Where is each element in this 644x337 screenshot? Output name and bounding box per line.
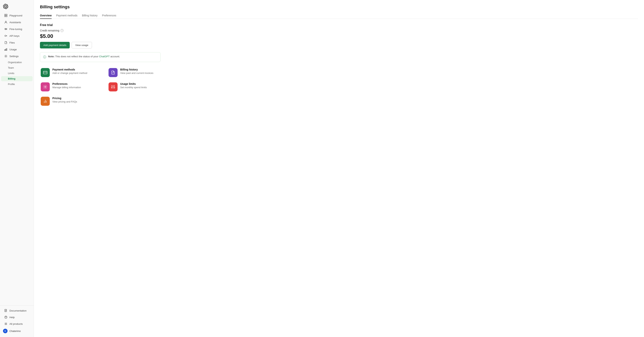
- logo[interactable]: [0, 2, 34, 12]
- preferences-icon: [41, 82, 50, 92]
- page-title: Billing settings: [40, 4, 638, 10]
- svg-point-5: [5, 28, 6, 29]
- nav-api-keys[interactable]: API keys: [1, 32, 32, 39]
- tab-overview[interactable]: Overview: [40, 12, 52, 19]
- sidebar-sub-organization[interactable]: Organization: [1, 60, 32, 65]
- preferences-title: Preferences: [52, 82, 81, 86]
- pricing-text: Pricing View pricing and FAQs: [52, 97, 77, 103]
- note-icon: ⓘ: [43, 55, 46, 59]
- add-payment-button[interactable]: Add payment details: [40, 42, 70, 48]
- usage-label: Usage: [10, 48, 17, 51]
- nav-all-products[interactable]: All products: [1, 320, 32, 327]
- playground-label: Playground: [10, 14, 22, 17]
- nav-fine-tuning[interactable]: Fine-tuning: [1, 26, 32, 32]
- settings-label: Settings: [10, 55, 19, 58]
- svg-rect-3: [6, 16, 7, 17]
- svg-rect-2: [4, 16, 6, 17]
- svg-rect-1: [6, 14, 7, 15]
- tabs-bar: Overview Payment methods Billing history…: [40, 12, 638, 19]
- note-content: Note: This does not reflect the status o…: [48, 55, 120, 58]
- svg-point-17: [6, 323, 6, 324]
- action-buttons: Add payment details View usage: [40, 42, 638, 48]
- preferences-desc: Manage billing information: [52, 86, 81, 89]
- card-preferences[interactable]: Preferences Manage billing information: [40, 82, 104, 92]
- user-item[interactable]: C Chaterimo: [0, 327, 34, 335]
- credit-info-icon[interactable]: ?: [60, 29, 64, 32]
- avatar: C: [3, 329, 8, 333]
- billing-history-text: Billing history View past and current in…: [120, 68, 153, 74]
- payment-methods-title: Payment methods: [52, 68, 87, 71]
- usage-icon: [4, 48, 8, 51]
- usage-limits-title: Usage limits: [120, 82, 147, 86]
- billing-cards-grid: Payment methods Add or change payment me…: [40, 67, 638, 92]
- all-products-icon: [4, 322, 8, 326]
- view-usage-button[interactable]: View usage: [72, 42, 92, 48]
- billing-history-icon: [108, 68, 118, 77]
- nav-settings[interactable]: Settings: [1, 53, 32, 59]
- svg-rect-0: [4, 14, 6, 15]
- nav-documentation[interactable]: Documentation: [1, 308, 32, 314]
- credit-amount: $5.00: [40, 33, 638, 39]
- credit-label: Credit remaining ?: [40, 29, 638, 32]
- sidebar-sub-limits[interactable]: Limits: [1, 71, 32, 76]
- pricing-desc: View pricing and FAQs: [52, 100, 77, 103]
- profile-label: Profile: [8, 83, 15, 86]
- sidebar-sub-team[interactable]: Team: [1, 65, 32, 70]
- free-trial-title: Free trial: [40, 23, 638, 27]
- billing-history-desc: View past and current invoices: [120, 72, 153, 74]
- nav-usage[interactable]: Usage: [1, 46, 32, 52]
- nav-playground[interactable]: Playground: [1, 12, 32, 19]
- usage-limits-text: Usage limits Set monthly spend limits: [120, 82, 147, 89]
- files-label: Files: [10, 41, 15, 44]
- settings-icon: [4, 54, 8, 58]
- card-usage-limits[interactable]: Usage limits Set monthly spend limits: [108, 82, 172, 92]
- note-box: ⓘ Note: This does not reflect the status…: [40, 52, 160, 62]
- main-content: Billing settings Overview Payment method…: [34, 0, 644, 337]
- note-bold: Note:: [48, 55, 55, 58]
- documentation-label: Documentation: [10, 309, 26, 312]
- pricing-title: Pricing: [52, 97, 77, 100]
- free-trial-section: Free trial Credit remaining ? $5.00 Add …: [40, 23, 638, 62]
- billing-label: Billing: [8, 77, 16, 80]
- all-products-label: All products: [10, 322, 23, 325]
- files-icon: [4, 41, 8, 44]
- svg-rect-11: [6, 48, 7, 50]
- documentation-icon: [4, 309, 8, 312]
- fine-tuning-icon: [4, 27, 8, 31]
- preferences-text: Preferences Manage billing information: [52, 82, 81, 89]
- openai-logo-icon: [3, 4, 8, 9]
- card-billing-history[interactable]: Billing history View past and current in…: [108, 67, 172, 78]
- username-label: Chaterimo: [10, 330, 21, 332]
- svg-point-23: [6, 324, 6, 325]
- tab-billing-history[interactable]: Billing history: [82, 12, 98, 19]
- nav-assistants[interactable]: Assistants: [1, 19, 32, 26]
- usage-limits-desc: Set monthly spend limits: [120, 86, 147, 89]
- help-label: Help: [10, 316, 15, 319]
- sidebar-sub-billing[interactable]: Billing: [1, 76, 32, 81]
- assistants-icon: [4, 20, 8, 24]
- card-pricing[interactable]: Pricing View pricing and FAQs: [40, 96, 104, 106]
- help-icon: [4, 316, 8, 319]
- svg-point-16: [5, 323, 6, 324]
- limits-label: Limits: [8, 72, 14, 75]
- svg-rect-10: [6, 49, 6, 50]
- sidebar: Playground Assistants Fine-tuning API ke…: [0, 0, 34, 337]
- nav-help[interactable]: Help: [1, 314, 32, 320]
- svg-point-15: [6, 318, 6, 318]
- payment-methods-text: Payment methods Add or change payment me…: [52, 68, 87, 74]
- sidebar-sub-profile[interactable]: Profile: [1, 82, 32, 87]
- tab-preferences[interactable]: Preferences: [102, 12, 116, 19]
- svg-point-18: [6, 323, 7, 324]
- svg-rect-25: [43, 71, 47, 74]
- card-payment-methods[interactable]: Payment methods Add or change payment me…: [40, 67, 104, 78]
- svg-point-22: [5, 324, 6, 325]
- chatgpt-link[interactable]: ChatGPT: [99, 55, 110, 58]
- tab-payment-methods[interactable]: Payment methods: [56, 12, 78, 19]
- svg-point-4: [5, 21, 6, 22]
- fine-tuning-label: Fine-tuning: [10, 28, 22, 30]
- svg-rect-9: [4, 50, 5, 50]
- nav-files[interactable]: Files: [1, 40, 32, 46]
- payment-methods-icon: [41, 68, 50, 77]
- svg-point-7: [6, 30, 6, 30]
- payment-methods-desc: Add or change payment method: [52, 72, 87, 74]
